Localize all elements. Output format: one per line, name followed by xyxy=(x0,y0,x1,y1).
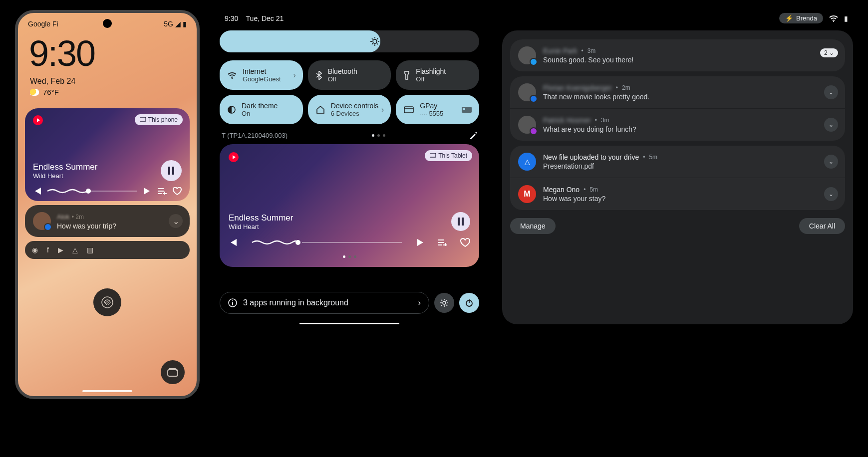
notif-message: What are you doing for lunch? xyxy=(543,125,837,133)
notification-card[interactable]: Florian Koenigsberger•2mThat new movie l… xyxy=(510,76,845,108)
battery-icon: ▮ xyxy=(183,20,187,28)
album-art xyxy=(33,125,182,160)
quick-settings-panel: InternetGoogleGuest›BluetoothOffFlashlig… xyxy=(220,30,479,324)
messages-badge-icon xyxy=(44,223,52,231)
queue-button[interactable] xyxy=(438,239,447,246)
seek-bar[interactable] xyxy=(47,188,138,194)
wifi-icon xyxy=(829,15,838,22)
previous-track-button[interactable] xyxy=(229,239,237,246)
darktheme-icon xyxy=(228,106,236,114)
track-artist: Wild Heart xyxy=(33,172,97,180)
chevron-right-icon: › xyxy=(381,105,384,114)
notif-message: Presentation.pdf xyxy=(543,162,837,170)
notification-card[interactable]: MMegan Ono•5mHow was your stay?⌄ xyxy=(510,178,845,210)
temperature-label: 76°F xyxy=(43,88,59,96)
notification-card[interactable]: △New file uploaded to your drive•5mPrese… xyxy=(510,146,845,178)
expand-button[interactable]: ⌄ xyxy=(824,118,838,132)
pause-button[interactable] xyxy=(451,212,470,231)
notification-card[interactable]: Patrick Hosmer•3mWhat are you doing for … xyxy=(510,109,845,141)
drive-icon: △ xyxy=(72,246,78,254)
clear-all-button[interactable]: Clear All xyxy=(799,218,845,234)
expand-button[interactable]: ⌄ xyxy=(824,155,838,169)
svg-point-16 xyxy=(232,77,233,78)
youtube-music-icon xyxy=(33,115,43,125)
next-track-button[interactable] xyxy=(144,188,152,195)
flashlight-icon xyxy=(404,71,410,80)
media-player-phone[interactable]: This phone Endless Summer Wild Heart xyxy=(25,108,190,201)
avatar xyxy=(518,83,536,101)
tablet-cast-icon xyxy=(430,153,436,158)
notification-icons-row[interactable]: ◉ f ▶ △ ▤ xyxy=(25,241,190,259)
sender-name: Megan Ono xyxy=(543,186,579,194)
messages-badge-icon xyxy=(530,95,538,103)
youtube-music-icon xyxy=(229,152,239,162)
home-icon xyxy=(316,106,325,114)
manage-button[interactable]: Manage xyxy=(510,218,556,234)
twitter-badge-icon xyxy=(530,58,538,66)
seek-bar[interactable] xyxy=(250,239,404,245)
power-button[interactable] xyxy=(459,293,479,313)
svg-point-28 xyxy=(443,301,446,304)
chevron-right-icon: › xyxy=(293,71,295,80)
notification-card-phone[interactable]: Alok • 2m How was your trip? ⌄ xyxy=(25,205,190,237)
pause-button[interactable] xyxy=(161,160,182,181)
edit-tiles-button[interactable] xyxy=(469,131,477,139)
home-indicator[interactable] xyxy=(82,390,132,392)
carrier-label: Google Fi xyxy=(28,20,58,28)
queue-button[interactable] xyxy=(158,188,167,195)
svg-line-15 xyxy=(377,38,378,39)
next-track-button[interactable] xyxy=(417,239,425,246)
clock: 9:30 xyxy=(225,14,238,22)
expand-button[interactable]: ⌄ xyxy=(169,214,183,228)
svg-rect-18 xyxy=(404,107,413,113)
notif-message: Sounds good. See you there! xyxy=(543,56,837,64)
cast-icon xyxy=(140,117,146,122)
notif-time: 5m xyxy=(589,186,598,193)
fingerprint-button[interactable] xyxy=(93,288,121,316)
brightness-slider[interactable] xyxy=(220,30,479,52)
qs-tile-flashlight[interactable]: FlashlightOff xyxy=(396,60,479,90)
count-pill[interactable]: 2 ⌄ xyxy=(820,48,838,57)
qs-tile-bluetooth[interactable]: BluetoothOff xyxy=(308,60,391,90)
wallet-button[interactable] xyxy=(161,360,185,384)
page-indicator xyxy=(372,134,385,137)
user-chip[interactable]: ⚡ Brenda xyxy=(779,13,823,23)
media-page-dots xyxy=(229,251,470,260)
nav-handle[interactable] xyxy=(299,323,399,324)
notification-card[interactable]: Eunie Park•3mSounds good. See you there!… xyxy=(510,39,845,71)
settings-button[interactable] xyxy=(434,293,454,313)
date: Tue, Dec 21 xyxy=(246,14,284,22)
camera-hole xyxy=(103,19,112,28)
card-icon xyxy=(461,106,472,113)
brightness-icon xyxy=(370,37,379,46)
messenger-badge-icon xyxy=(530,127,538,135)
svg-rect-27 xyxy=(232,302,233,305)
qs-tile-internet[interactable]: InternetGoogleGuest› xyxy=(220,60,303,90)
qs-tile-gpay[interactable]: GPay···· 5555 xyxy=(396,95,479,124)
media-player-tablet[interactable]: This Tablet Endless Summer Wild Heart xyxy=(220,144,479,267)
qs-tiles-grid: InternetGoogleGuest›BluetoothOffFlashlig… xyxy=(220,60,479,124)
cast-chip[interactable]: This Tablet xyxy=(425,150,472,161)
svg-line-12 xyxy=(372,38,373,39)
weather-chip[interactable]: 76°F xyxy=(18,86,197,98)
svg-point-2 xyxy=(86,189,91,194)
qs-tile-device-controls[interactable]: Device controls6 Devices› xyxy=(308,95,391,124)
avatar xyxy=(33,212,51,230)
favorite-button[interactable] xyxy=(173,187,182,195)
favorite-button[interactable] xyxy=(460,238,470,247)
sender-name: Alok xyxy=(57,213,69,221)
sender-name: Patrick Hosmer xyxy=(543,116,591,124)
expand-button[interactable]: ⌄ xyxy=(824,85,838,99)
qs-tile-dark-theme[interactable]: Dark themeOn xyxy=(220,95,303,124)
sender-name: New file uploaded to your drive xyxy=(543,153,639,161)
notif-message: How was your trip? xyxy=(57,222,116,230)
track-title: Endless Summer xyxy=(229,213,293,223)
svg-point-7 xyxy=(373,39,377,43)
cast-chip[interactable]: This phone xyxy=(135,114,183,125)
expand-button[interactable]: ⌄ xyxy=(824,187,838,201)
tablet-status-bar: 9:30 Tue, Dec 21 ⚡ Brenda ▮ xyxy=(220,10,853,30)
svg-point-26 xyxy=(232,300,233,301)
lockscreen-date: Wed, Feb 24 xyxy=(18,74,197,86)
background-apps-pill[interactable]: 3 apps running in background › xyxy=(220,292,429,314)
previous-track-button[interactable] xyxy=(33,188,41,195)
